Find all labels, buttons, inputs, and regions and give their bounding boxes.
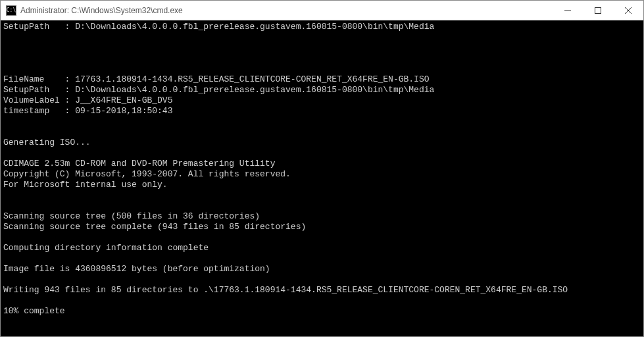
minimize-icon	[564, 7, 571, 14]
maximize-icon	[595, 7, 601, 14]
minimize-button[interactable]	[553, 1, 583, 20]
titlebar: C:\ Administrator: C:\Windows\System32\c…	[1, 1, 643, 20]
terminal-output[interactable]: SetupPath : D:\Downloads\4.0.0.0.fbl_pre…	[1, 20, 643, 336]
close-icon	[625, 7, 632, 14]
window-controls	[553, 1, 643, 20]
maximize-button[interactable]	[583, 1, 613, 20]
svg-rect-1	[595, 7, 601, 13]
cmd-icon: C:\	[6, 5, 16, 16]
close-button[interactable]	[613, 1, 643, 20]
window-title: Administrator: C:\Windows\System32\cmd.e…	[20, 6, 553, 15]
